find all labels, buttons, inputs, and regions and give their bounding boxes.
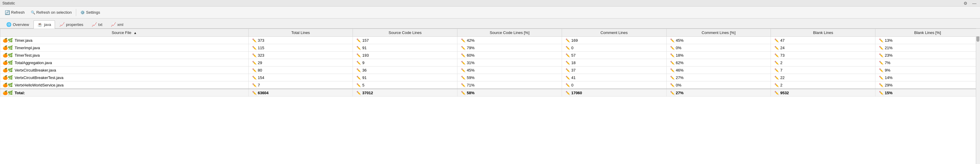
cell-comment-lines: ✏️57 [562,52,666,59]
cell-source-code-lines-pct: ✏️59% [457,74,562,81]
cell-file: 🍊🌿 Timer.java [0,37,248,44]
cell-blank-lines: ✏️73 [771,52,875,59]
cell-blank-lines-pct: ✏️23% [875,52,980,59]
refresh-icon: 🔄 [5,10,10,15]
cell-blank-lines: ✏️2 [771,81,875,89]
minimize-btn[interactable]: — [971,1,978,6]
col-header-comment-lines[interactable]: Comment Lines [562,29,666,37]
cell-source-code-lines: ✏️157 [353,37,457,44]
toolbar: 🔄 Refresh 🔍 Refresh on selection ⚙️ Sett… [0,6,980,19]
total-icon: 🍊🌿 [3,90,13,95]
col-header-blank-lines[interactable]: Blank Lines [771,29,875,37]
cell-total-lines: ✏️80 [248,66,353,74]
refresh-on-selection-label: Refresh on selection [37,10,72,14]
cell-source-code-lines-pct: ✏️42% [457,37,562,44]
file-java-icon: 🍊🌿 [3,60,13,65]
file-java-icon: 🍊🌿 [3,68,13,73]
cell-total-lines: ✏️7 [248,81,353,89]
cell-file-name: TimerImpl.java [14,46,40,50]
cell-comment-lines: ✏️37 [562,66,666,74]
col-header-source-code-lines[interactable]: Source Code Lines [353,29,457,37]
title-bar: Statistic ⚙ — [0,0,980,6]
cell-file: 🍊🌿 TimerTest.java [0,52,248,59]
cell-comment-lines: ✏️41 [562,74,666,81]
cell-source-code-lines-pct: ✏️60% [457,52,562,59]
cell-blank-lines-pct: ✏️9% [875,66,980,74]
cell-total-total-lines: ✏️63604 [248,89,353,96]
refresh-on-selection-icon: 🔍 [31,10,35,14]
cell-comment-lines-pct: ✏️46% [666,66,771,74]
properties-icon: 📈 [59,22,65,27]
col-header-file[interactable]: Source File ▲ [0,29,248,37]
settings-title-btn[interactable]: ⚙ [963,1,969,6]
table-row: 🍊🌿 VertxCircuitBreaker.java ✏️80 ✏️36 ✏️… [0,66,980,74]
cell-blank-lines-pct: ✏️14% [875,74,980,81]
col-header-blank-lines-pct[interactable]: Blank Lines [%] [875,29,980,37]
table-container: Source File ▲ Total Lines Source Code Li… [0,28,980,164]
cell-comment-lines-pct: ✏️0% [666,44,771,52]
settings-label: Settings [86,10,100,14]
cell-comment-lines-pct: ✏️27% [666,74,771,81]
cell-file-name: VertxHelloWorldService.java [14,83,64,87]
cell-total-source-code-lines-pct: ✏️58% [457,89,562,96]
cell-source-code-lines: ✏️9 [353,59,457,66]
cell-total-label: 🍊🌿 Total: [0,89,248,96]
cell-file-name: Timer.java [14,38,32,43]
cell-source-code-lines: ✏️91 [353,44,457,52]
tab-java[interactable]: ☕ java [33,20,55,28]
table-row: 🍊🌿 Timer.java ✏️373 ✏️157 ✏️42% ✏️169 ✏️… [0,37,980,44]
cell-source-code-lines: ✏️193 [353,52,457,59]
table-row: 🍊🌿 TotalAggregation.java ✏️29 ✏️9 ✏️31% … [0,59,980,66]
table-header-row: Source File ▲ Total Lines Source Code Li… [0,29,980,37]
refresh-label: Refresh [11,10,25,14]
cell-blank-lines-pct: ✏️13% [875,37,980,44]
refresh-on-selection-button[interactable]: 🔍 Refresh on selection [29,9,75,16]
cell-total-blank-lines: ✏️9532 [771,89,875,96]
col-header-comment-lines-pct[interactable]: Comment Lines [%] [666,29,771,37]
stats-table: Source File ▲ Total Lines Source Code Li… [0,28,980,96]
toolbar-separator [76,9,76,16]
cell-total-comment-lines-pct: ✏️27% [666,89,771,96]
tabs-bar: 🌐 Overview ☕ java 📈 properties 📈 txt 📈 x… [0,19,980,28]
cell-file: 🍊🌿 TimerImpl.java [0,44,248,52]
settings-button[interactable]: ⚙️ Settings [78,9,102,16]
cell-blank-lines: ✏️7 [771,66,875,74]
table-row: 🍊🌿 TimerTest.java ✏️323 ✏️193 ✏️60% ✏️57… [0,52,980,59]
tab-txt[interactable]: 📈 txt [88,20,107,28]
tab-txt-label: txt [98,22,102,27]
tab-properties[interactable]: 📈 properties [56,20,87,28]
cell-blank-lines: ✏️22 [771,74,875,81]
cell-comment-lines: ✏️0 [562,44,666,52]
cell-total-source-code-lines: ✏️37012 [353,89,457,96]
tab-overview[interactable]: 🌐 Overview [2,20,33,28]
tab-java-label: java [44,22,51,27]
cell-source-code-lines: ✏️91 [353,74,457,81]
file-java-icon: 🍊🌿 [3,45,13,50]
window-title: Statistic [2,1,15,5]
cell-source-code-lines-pct: ✏️71% [457,81,562,89]
cell-total-blank-lines-pct: ✏️15% [875,89,980,96]
tab-overview-label: Overview [13,22,29,27]
sort-arrow-icon: ▲ [134,31,137,35]
tab-xml[interactable]: 📈 xml [107,20,127,28]
file-java-icon: 🍊🌿 [3,53,13,58]
cell-blank-lines-pct: ✏️21% [875,44,980,52]
cell-comment-lines: ✏️0 [562,81,666,89]
cell-comment-lines-pct: ✏️18% [666,52,771,59]
col-header-source-code-lines-pct[interactable]: Source Code Lines [%] [457,29,562,37]
cell-blank-lines: ✏️47 [771,37,875,44]
cell-blank-lines: ✏️2 [771,59,875,66]
cell-file: 🍊🌿 TotalAggregation.java [0,59,248,66]
cell-file-name: VertxCircuitBreaker.java [14,68,56,73]
java-icon: ☕ [37,22,43,27]
col-header-total-lines[interactable]: Total Lines [248,29,353,37]
overview-icon: 🌐 [6,22,11,27]
refresh-button[interactable]: 🔄 Refresh [2,9,27,16]
title-bar-controls: ⚙ — [963,1,978,6]
txt-icon: 📈 [92,22,97,27]
cell-total-comment-lines: ✏️17060 [562,89,666,96]
cell-file-name: TimerTest.java [14,53,40,58]
total-text: Total: [14,91,25,95]
tab-properties-label: properties [66,22,83,27]
scrollbar[interactable] [976,28,980,164]
